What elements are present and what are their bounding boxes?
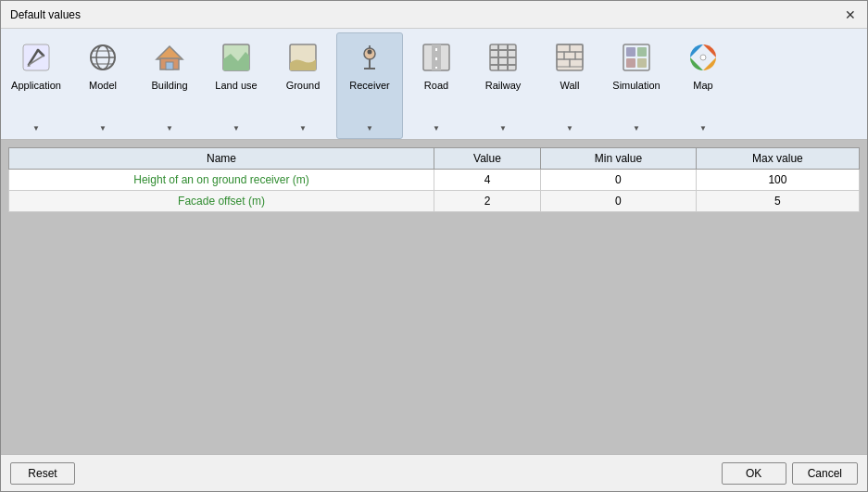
title-bar: Default values ✕ — [1, 1, 867, 29]
svg-rect-41 — [637, 47, 647, 57]
toolbar-label-wall: Wall — [560, 80, 580, 92]
svg-rect-40 — [626, 47, 635, 57]
toolbar-arrow-ground: ▼ — [299, 124, 307, 132]
data-table: NameValueMin valueMax valueHeight of an … — [8, 147, 860, 212]
svg-marker-10 — [157, 46, 182, 59]
svg-rect-43 — [637, 58, 647, 68]
toolbar-label-building: Building — [151, 80, 187, 92]
ok-cancel-group: OK Cancel — [722, 462, 858, 485]
toolbar-label-application: Application — [11, 80, 61, 92]
toolbar-item-road[interactable]: Road▼ — [403, 32, 470, 139]
row-name: Facade offset (m) — [9, 191, 434, 212]
toolbar-label-simulation: Simulation — [612, 80, 660, 92]
svg-rect-12 — [166, 62, 173, 69]
row-value: 4 — [434, 170, 541, 191]
row-max: 5 — [696, 191, 859, 212]
wall-icon — [551, 39, 588, 76]
toolbar-item-landuse[interactable]: Land use▼ — [203, 32, 270, 139]
table-row: Facade offset (m)205 — [9, 191, 860, 212]
dialog: Default values ✕ Application▼Model▼Build… — [0, 0, 868, 492]
row-min: 0 — [540, 191, 696, 212]
toolbar-label-road: Road — [424, 80, 448, 92]
application-icon — [18, 39, 55, 76]
toolbar-label-model: Model — [89, 80, 117, 92]
row-value: 2 — [434, 191, 541, 212]
toolbar-arrow-wall: ▼ — [566, 124, 573, 132]
landuse-icon — [218, 39, 255, 76]
toolbar-item-map[interactable]: Map▼ — [670, 32, 736, 139]
model-icon — [84, 39, 121, 76]
map-icon — [685, 39, 722, 76]
toolbar-label-ground: Ground — [286, 80, 321, 92]
toolbar-label-railway: Railway — [485, 80, 522, 92]
toolbar-arrow-map: ▼ — [699, 124, 707, 132]
table-header-value: Value — [434, 148, 541, 170]
receiver-icon — [351, 39, 388, 76]
bottom-bar: Reset OK Cancel — [1, 454, 867, 491]
dialog-title: Default values — [10, 8, 81, 21]
toolbar-item-ground[interactable]: Ground▼ — [270, 32, 336, 139]
railway-icon — [484, 39, 522, 76]
toolbar-item-model[interactable]: Model▼ — [69, 32, 136, 139]
svg-point-16 — [368, 50, 372, 55]
toolbar-item-building[interactable]: Building▼ — [136, 32, 203, 139]
toolbar-arrow-landuse: ▼ — [233, 124, 240, 132]
toolbar-item-wall[interactable]: Wall▼ — [536, 32, 603, 139]
toolbar-arrow-model: ▼ — [99, 124, 107, 132]
toolbar-arrow-receiver: ▼ — [366, 124, 373, 132]
ok-button[interactable]: OK — [722, 462, 786, 485]
reset-button[interactable]: Reset — [10, 462, 75, 485]
toolbar-arrow-railway: ▼ — [499, 124, 507, 132]
toolbar-label-map: Map — [693, 80, 712, 92]
table-row: Height of an on ground receiver (m)40100 — [9, 170, 860, 191]
toolbar-item-receiver[interactable]: Receiver▼ — [336, 32, 403, 139]
toolbar-arrow-road: ▼ — [433, 124, 440, 132]
toolbar-item-application[interactable]: Application▼ — [3, 32, 69, 139]
table-header-max-value: Max value — [696, 148, 859, 170]
toolbar-arrow-application: ▼ — [32, 124, 40, 132]
table-header-min-value: Min value — [540, 148, 696, 170]
toolbar-label-landuse: Land use — [215, 80, 257, 92]
toolbar-label-receiver: Receiver — [349, 80, 389, 92]
close-button[interactable]: ✕ — [843, 7, 858, 22]
toolbar-arrow-simulation: ▼ — [633, 124, 640, 132]
toolbar: Application▼Model▼Building▼Land use▼Grou… — [1, 29, 867, 140]
row-name: Height of an on ground receiver (m) — [9, 170, 434, 191]
toolbar-item-railway[interactable]: Railway▼ — [470, 32, 536, 139]
toolbar-item-simulation[interactable]: Simulation▼ — [603, 32, 670, 139]
toolbar-arrow-building: ▼ — [166, 124, 173, 132]
row-min: 0 — [540, 170, 696, 191]
svg-rect-42 — [626, 58, 635, 68]
ground-icon — [284, 39, 321, 76]
building-icon — [151, 39, 188, 76]
simulation-icon — [618, 39, 655, 76]
row-max: 100 — [696, 170, 859, 191]
svg-point-45 — [700, 55, 706, 60]
content-area: NameValueMin valueMax valueHeight of an … — [1, 140, 867, 454]
cancel-button[interactable]: Cancel — [792, 462, 858, 485]
road-icon — [418, 39, 455, 76]
table-header-name: Name — [9, 148, 434, 170]
